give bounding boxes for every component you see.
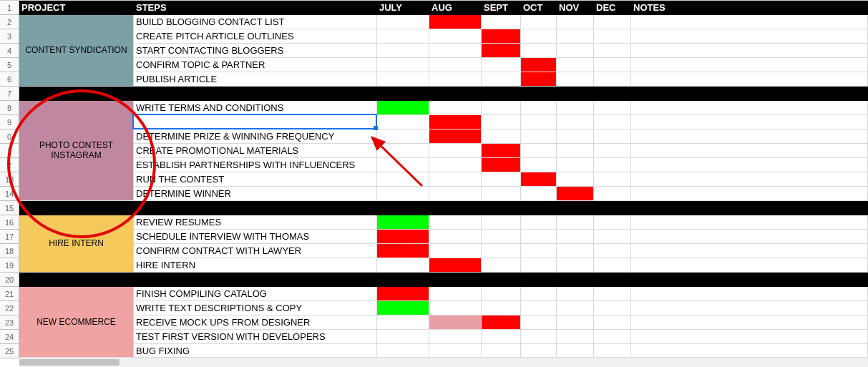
month-cell-aug[interactable]	[429, 301, 482, 315]
month-cell-oct[interactable]	[521, 44, 557, 58]
month-cell-dec[interactable]	[594, 44, 631, 58]
month-cell-nov[interactable]	[557, 287, 594, 301]
month-cell-nov[interactable]	[557, 344, 594, 358]
col-header-dec[interactable]: DEC	[594, 1, 631, 15]
row-header[interactable]: 8	[0, 101, 19, 115]
notes-cell[interactable]	[631, 115, 868, 129]
month-cell-aug[interactable]	[429, 315, 482, 330]
month-cell-dec[interactable]	[594, 144, 631, 158]
month-cell-aug[interactable]	[429, 230, 482, 244]
month-cell-july[interactable]	[377, 129, 429, 144]
month-cell-nov[interactable]	[557, 215, 594, 230]
month-cell-july[interactable]	[377, 29, 429, 44]
step-cell[interactable]: BUG FIXING	[134, 344, 377, 358]
month-cell-nov[interactable]	[557, 158, 594, 172]
notes-cell[interactable]	[631, 330, 868, 344]
step-cell[interactable]: PUBLISH ARTICLE	[134, 72, 377, 87]
month-cell-nov[interactable]	[557, 129, 594, 144]
notes-cell[interactable]	[631, 315, 868, 330]
notes-cell[interactable]	[631, 244, 868, 258]
row-header[interactable]: 5	[0, 58, 19, 72]
month-cell-oct[interactable]	[521, 215, 557, 230]
month-cell-oct[interactable]	[521, 15, 557, 29]
month-cell-aug[interactable]	[429, 15, 482, 29]
month-cell-sept[interactable]	[482, 15, 521, 29]
notes-cell[interactable]	[631, 144, 868, 158]
month-cell-oct[interactable]	[521, 258, 557, 273]
month-cell-aug[interactable]	[429, 187, 482, 201]
step-cell[interactable]	[134, 115, 377, 129]
month-cell-oct[interactable]	[521, 72, 557, 87]
step-cell[interactable]: ESTABLISH PARTNERSHIPS WITH INFLUENCERS	[134, 158, 377, 172]
month-cell-aug[interactable]	[429, 72, 482, 87]
notes-cell[interactable]	[631, 44, 868, 58]
month-cell-sept[interactable]	[482, 344, 521, 358]
notes-cell[interactable]	[631, 15, 868, 29]
month-cell-aug[interactable]	[429, 115, 482, 129]
month-cell-sept[interactable]	[482, 172, 521, 187]
notes-cell[interactable]	[631, 129, 868, 144]
step-cell[interactable]: DETERMINE WINNER	[134, 187, 377, 201]
month-cell-oct[interactable]	[521, 330, 557, 344]
project-cell-0[interactable]: CONTENT SYNDICATION	[19, 15, 134, 87]
month-cell-aug[interactable]	[429, 129, 482, 144]
month-cell-dec[interactable]	[594, 172, 631, 187]
month-cell-july[interactable]	[377, 330, 429, 344]
month-cell-sept[interactable]	[482, 158, 521, 172]
month-cell-sept[interactable]	[482, 101, 521, 115]
month-cell-dec[interactable]	[594, 287, 631, 301]
month-cell-july[interactable]	[377, 44, 429, 58]
row-header[interactable]: 1	[0, 1, 19, 15]
month-cell-aug[interactable]	[429, 172, 482, 187]
notes-cell[interactable]	[631, 230, 868, 244]
month-cell-july[interactable]	[377, 158, 429, 172]
month-cell-nov[interactable]	[557, 330, 594, 344]
col-header-july[interactable]: JULY	[377, 1, 429, 15]
month-cell-sept[interactable]	[482, 230, 521, 244]
month-cell-dec[interactable]	[594, 230, 631, 244]
month-cell-july[interactable]	[377, 258, 429, 273]
month-cell-sept[interactable]	[482, 58, 521, 72]
month-cell-sept[interactable]	[482, 330, 521, 344]
col-header-steps[interactable]: STEPS	[134, 1, 377, 15]
month-cell-july[interactable]	[377, 344, 429, 358]
step-cell[interactable]: WRITE TEXT DESCRIPTIONS & COPY	[134, 301, 377, 315]
row-header[interactable]: 13	[0, 172, 19, 187]
project-cell-3[interactable]: NEW ECOMMERCE	[19, 287, 134, 358]
month-cell-nov[interactable]	[557, 144, 594, 158]
month-cell-oct[interactable]	[521, 29, 557, 44]
month-cell-july[interactable]	[377, 230, 429, 244]
row-header[interactable]: 9	[0, 115, 19, 129]
month-cell-sept[interactable]	[482, 129, 521, 144]
month-cell-oct[interactable]	[521, 344, 557, 358]
month-cell-dec[interactable]	[594, 330, 631, 344]
month-cell-july[interactable]	[377, 101, 429, 115]
month-cell-nov[interactable]	[557, 230, 594, 244]
project-cell-1[interactable]: PHOTO CONTEST INSTAGRAM	[19, 101, 134, 201]
month-cell-aug[interactable]	[429, 58, 482, 72]
month-cell-dec[interactable]	[594, 58, 631, 72]
notes-cell[interactable]	[631, 287, 868, 301]
step-cell[interactable]: TEST FIRST VERSION WITH DEVELOPERS	[134, 330, 377, 344]
month-cell-dec[interactable]	[594, 129, 631, 144]
row-header[interactable]: 24	[0, 330, 19, 344]
month-cell-aug[interactable]	[429, 29, 482, 44]
notes-cell[interactable]	[631, 72, 868, 87]
row-header[interactable]: 14	[0, 187, 19, 201]
month-cell-dec[interactable]	[594, 15, 631, 29]
month-cell-oct[interactable]	[521, 58, 557, 72]
month-cell-nov[interactable]	[557, 101, 594, 115]
month-cell-sept[interactable]	[482, 244, 521, 258]
month-cell-oct[interactable]	[521, 101, 557, 115]
month-cell-nov[interactable]	[557, 315, 594, 330]
row-header[interactable]: 17	[0, 230, 19, 244]
horizontal-scrollbar[interactable]	[19, 357, 868, 367]
month-cell-aug[interactable]	[429, 344, 482, 358]
row-header[interactable]: 19	[0, 258, 19, 273]
month-cell-nov[interactable]	[557, 58, 594, 72]
scrollbar-thumb[interactable]	[19, 359, 120, 366]
month-cell-oct[interactable]	[521, 244, 557, 258]
month-cell-oct[interactable]	[521, 187, 557, 201]
month-cell-oct[interactable]	[521, 287, 557, 301]
month-cell-sept[interactable]	[482, 29, 521, 44]
